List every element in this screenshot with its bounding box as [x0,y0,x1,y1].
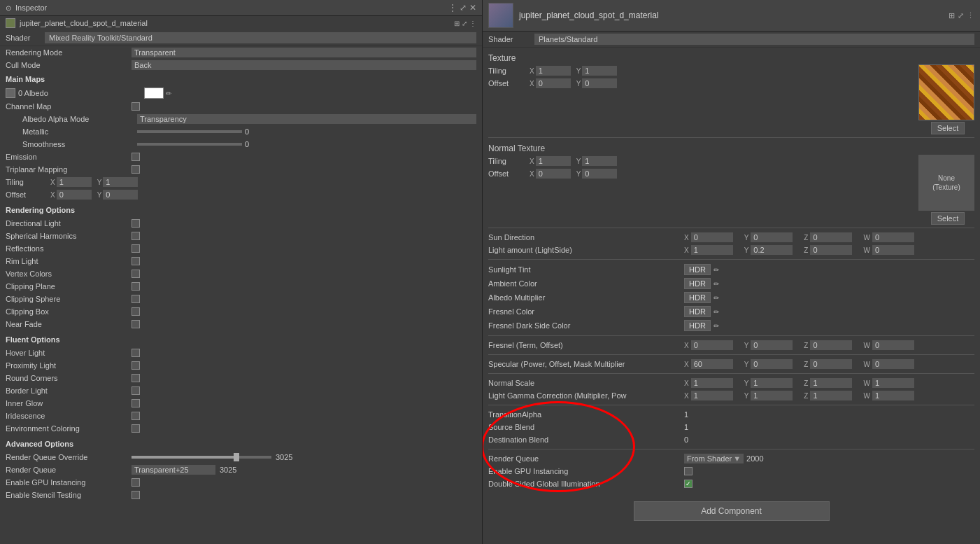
vertex-colors-checkbox[interactable] [132,270,140,278]
clipping-box-checkbox[interactable] [132,307,140,316]
tiling-y-value[interactable]: 1 [103,177,138,187]
hover-light-checkbox[interactable] [132,349,140,357]
shader-value-left[interactable]: Mixed Reality Toolkit/Standard [45,32,476,43]
albedo-multiplier-hdr[interactable]: HDR [684,292,711,303]
texture-tiling-label: Tiling [488,67,527,75]
metallic-slider[interactable]: 0 [137,127,259,136]
ns-y-val[interactable]: 1 [751,378,793,388]
rim-light-checkbox[interactable] [132,257,140,265]
la-w-val[interactable]: 0 [872,245,914,255]
ft-z-val[interactable]: 0 [810,340,852,350]
left-header-btn2[interactable]: ⤢ [462,20,467,27]
inner-glow-label: Inner Glow [6,399,132,407]
texture-select-button[interactable]: Select [931,122,965,134]
norm-offset-y-val[interactable]: 0 [582,169,617,179]
ambient-color-hdr[interactable]: HDR [684,278,711,289]
right-icon2[interactable]: ⤢ [958,11,964,20]
offset-x-value[interactable]: 0 [57,190,92,200]
expand-icon[interactable]: ⤢ [460,3,467,13]
ns-x-val[interactable]: 1 [691,378,733,388]
albedo-color[interactable] [144,88,164,99]
lg-z-val[interactable]: 1 [810,391,852,400]
iridescence-checkbox[interactable] [132,412,140,420]
spherical-harmonics-checkbox[interactable] [132,232,140,240]
ns-z-val[interactable]: 1 [810,378,852,388]
close-icon[interactable]: ✕ [469,3,476,13]
right-icon1[interactable]: ⊞ [949,11,955,20]
lg-w-val[interactable]: 1 [872,391,914,400]
rendering-mode-value[interactable]: Transparent [132,48,476,57]
la-y-val[interactable]: 0.2 [751,245,793,255]
fresnel-color-edit[interactable]: ✏ [713,308,719,316]
sd-y-val[interactable]: 0 [751,232,793,242]
proximity-light-checkbox[interactable] [132,361,140,370]
albedo-multiplier-edit[interactable]: ✏ [713,294,719,302]
rq-label: Render Queue [6,466,132,474]
emission-checkbox[interactable] [132,153,140,161]
tex-tiling-y-val[interactable]: 1 [582,66,617,76]
rq-override-slider[interactable] [132,456,271,459]
right-icon3[interactable]: ⋮ [967,11,974,20]
sp-x-val[interactable]: 60 [691,359,733,369]
sd-w-val[interactable]: 0 [872,232,914,242]
ft-x-val[interactable]: 0 [691,340,733,350]
env-coloring-checkbox[interactable] [132,424,140,433]
fresnel-dark-edit[interactable]: ✏ [713,322,719,330]
cull-mode-value[interactable]: Back [132,60,476,70]
normal-texture-main: Tiling X 1 Y 1 O [488,155,974,225]
lg-x-val[interactable]: 1 [691,391,733,400]
advanced-options-content: Render Queue Override 3025 Render Queue … [0,449,482,503]
inner-glow-checkbox[interactable] [132,399,140,407]
tiling-x-value[interactable]: 1 [57,177,92,187]
reflections-checkbox[interactable] [132,244,140,253]
directional-light-checkbox[interactable] [132,219,140,228]
right-gpu-instancing-checkbox[interactable] [684,467,693,475]
lg-y-val[interactable]: 1 [751,391,793,400]
sd-z-val[interactable]: 0 [810,232,852,242]
sp-z-val[interactable]: 0 [810,359,852,369]
norm-tiling-y-val[interactable]: 1 [582,156,617,166]
clipping-sphere-checkbox[interactable] [132,295,140,303]
fresnel-dark-hdr[interactable]: HDR [684,320,711,331]
rq-dropdown[interactable]: Transparent+25 [132,465,215,475]
la-x-val[interactable]: 1 [691,245,733,255]
cull-mode-label: Cull Mode [6,61,132,69]
albedo-alpha-mode-value[interactable]: Transparency [137,114,476,124]
norm-tiling-x-val[interactable]: 1 [536,156,571,166]
sp-w-val[interactable]: 0 [872,359,914,369]
tex-offset-x-val[interactable]: 0 [536,78,571,88]
sunlight-tint-edit[interactable]: ✏ [713,266,719,274]
stencil-testing-checkbox[interactable] [132,491,140,499]
left-gpu-instancing-checkbox[interactable] [132,478,140,487]
smoothness-slider[interactable]: 0 [137,140,259,148]
norm-offset-x-val[interactable]: 0 [536,169,571,179]
lock-icon[interactable]: ⋮ [448,3,457,13]
double-sided-gi-checkbox[interactable]: ✓ [684,480,693,488]
triplanar-checkbox[interactable] [132,165,140,174]
add-component-button[interactable]: Add Component [634,501,830,521]
la-z-val[interactable]: 0 [810,245,852,255]
channel-map-checkbox[interactable] [132,102,140,111]
normal-select-button[interactable]: Select [931,212,965,225]
round-corners-checkbox[interactable] [132,374,140,382]
tex-offset-y-val[interactable]: 0 [582,78,617,88]
tex-tiling-x-val[interactable]: 1 [536,66,571,76]
clipping-plane-checkbox[interactable] [132,282,140,291]
left-header-btn3[interactable]: ⋮ [469,20,476,27]
sd-x-val[interactable]: 0 [691,232,733,242]
right-rq-dropdown[interactable]: From Shader ▼ [684,454,744,463]
fresnel-color-hdr[interactable]: HDR [684,306,711,317]
ns-w-val[interactable]: 1 [872,378,914,388]
ft-w-val[interactable]: 0 [872,340,914,350]
border-light-checkbox[interactable] [132,386,140,395]
ft-y-val[interactable]: 0 [751,340,793,350]
sp-y-val[interactable]: 0 [751,359,793,369]
sunlight-tint-hdr[interactable]: HDR [684,264,711,275]
right-shader-value[interactable]: Planets/Standard [534,34,974,45]
near-fade-checkbox[interactable] [132,320,140,328]
albedo-pencil[interactable]: ✏ [166,90,171,97]
main-maps-header: Main Maps [0,71,482,85]
offset-y-value[interactable]: 0 [103,190,138,200]
ambient-color-edit[interactable]: ✏ [713,280,719,288]
left-header-btn1[interactable]: ⊞ [454,20,460,27]
